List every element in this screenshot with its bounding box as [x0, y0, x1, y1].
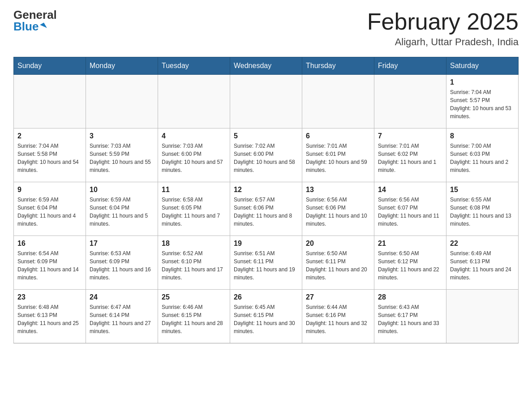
col-wednesday: Wednesday	[230, 57, 302, 75]
day-info: Sunrise: 6:47 AMSunset: 6:14 PMDaylight:…	[90, 303, 154, 335]
day-info: Sunrise: 7:00 AMSunset: 6:03 PMDaylight:…	[450, 142, 515, 174]
day-number: 24	[90, 293, 154, 301]
calendar-cell: 6Sunrise: 7:01 AMSunset: 6:01 PMDaylight…	[302, 128, 374, 182]
day-info: Sunrise: 6:43 AMSunset: 6:17 PMDaylight:…	[378, 303, 442, 335]
calendar-cell: 5Sunrise: 7:02 AMSunset: 6:00 PMDaylight…	[230, 128, 302, 182]
calendar-cell: 23Sunrise: 6:48 AMSunset: 6:13 PMDayligh…	[14, 290, 86, 343]
calendar-cell: 28Sunrise: 6:43 AMSunset: 6:17 PMDayligh…	[374, 290, 446, 343]
logo-general-text: General	[13, 9, 57, 21]
day-info: Sunrise: 6:45 AMSunset: 6:15 PMDaylight:…	[234, 303, 298, 335]
calendar-cell: 9Sunrise: 6:59 AMSunset: 6:04 PMDaylight…	[14, 182, 86, 236]
calendar-cell: 15Sunrise: 6:55 AMSunset: 6:08 PMDayligh…	[446, 182, 519, 236]
day-info: Sunrise: 7:04 AMSunset: 5:57 PMDaylight:…	[450, 88, 515, 120]
calendar-cell: 10Sunrise: 6:59 AMSunset: 6:04 PMDayligh…	[86, 182, 158, 236]
day-number: 9	[17, 186, 82, 194]
day-info: Sunrise: 7:04 AMSunset: 5:58 PMDaylight:…	[17, 142, 82, 174]
calendar-cell	[446, 290, 519, 343]
calendar-table: Sunday Monday Tuesday Wednesday Thursday…	[13, 57, 519, 343]
day-number: 12	[234, 186, 298, 194]
calendar-cell: 13Sunrise: 6:56 AMSunset: 6:06 PMDayligh…	[302, 182, 374, 236]
day-info: Sunrise: 7:03 AMSunset: 6:00 PMDaylight:…	[162, 142, 226, 174]
calendar-cell: 26Sunrise: 6:45 AMSunset: 6:15 PMDayligh…	[230, 290, 302, 343]
day-info: Sunrise: 6:57 AMSunset: 6:06 PMDaylight:…	[234, 196, 298, 228]
day-info: Sunrise: 6:56 AMSunset: 6:06 PMDaylight:…	[306, 196, 370, 228]
calendar-header-row: Sunday Monday Tuesday Wednesday Thursday…	[14, 57, 519, 75]
calendar-cell: 4Sunrise: 7:03 AMSunset: 6:00 PMDaylight…	[158, 128, 230, 182]
day-number: 15	[450, 186, 515, 194]
calendar-week-row: 1Sunrise: 7:04 AMSunset: 5:57 PMDaylight…	[14, 75, 519, 128]
day-info: Sunrise: 6:48 AMSunset: 6:13 PMDaylight:…	[17, 303, 82, 335]
calendar-cell	[14, 75, 86, 128]
day-number: 5	[234, 132, 298, 140]
day-number: 25	[162, 293, 226, 301]
calendar-cell: 18Sunrise: 6:52 AMSunset: 6:10 PMDayligh…	[158, 236, 230, 290]
day-info: Sunrise: 6:59 AMSunset: 6:04 PMDaylight:…	[90, 196, 154, 228]
col-sunday: Sunday	[14, 57, 86, 75]
page-header: General Blue February 2025 Aligarh, Utta…	[13, 9, 519, 48]
day-number: 1	[450, 78, 515, 86]
day-number: 21	[378, 240, 442, 248]
calendar-cell: 19Sunrise: 6:51 AMSunset: 6:11 PMDayligh…	[230, 236, 302, 290]
day-info: Sunrise: 7:03 AMSunset: 5:59 PMDaylight:…	[90, 142, 154, 174]
day-info: Sunrise: 7:01 AMSunset: 6:02 PMDaylight:…	[378, 142, 442, 174]
calendar-cell: 24Sunrise: 6:47 AMSunset: 6:14 PMDayligh…	[86, 290, 158, 343]
calendar-cell	[374, 75, 446, 128]
calendar-cell: 21Sunrise: 6:50 AMSunset: 6:12 PMDayligh…	[374, 236, 446, 290]
day-info: Sunrise: 6:50 AMSunset: 6:11 PMDaylight:…	[306, 249, 370, 282]
calendar-cell: 7Sunrise: 7:01 AMSunset: 6:02 PMDaylight…	[374, 128, 446, 182]
calendar-cell: 20Sunrise: 6:50 AMSunset: 6:11 PMDayligh…	[302, 236, 374, 290]
day-info: Sunrise: 6:46 AMSunset: 6:15 PMDaylight:…	[162, 303, 226, 335]
title-area: February 2025 Aligarh, Uttar Pradesh, In…	[367, 9, 519, 48]
calendar-cell	[86, 75, 158, 128]
calendar-cell: 25Sunrise: 6:46 AMSunset: 6:15 PMDayligh…	[158, 290, 230, 343]
calendar-cell: 27Sunrise: 6:44 AMSunset: 6:16 PMDayligh…	[302, 290, 374, 343]
day-number: 20	[306, 240, 370, 248]
calendar-cell: 11Sunrise: 6:58 AMSunset: 6:05 PMDayligh…	[158, 182, 230, 236]
day-info: Sunrise: 6:44 AMSunset: 6:16 PMDaylight:…	[306, 303, 370, 335]
calendar-cell: 14Sunrise: 6:56 AMSunset: 6:07 PMDayligh…	[374, 182, 446, 236]
day-info: Sunrise: 6:56 AMSunset: 6:07 PMDaylight:…	[378, 196, 442, 228]
day-info: Sunrise: 6:51 AMSunset: 6:11 PMDaylight:…	[234, 249, 298, 282]
day-number: 14	[378, 186, 442, 194]
calendar-cell	[230, 75, 302, 128]
calendar-cell: 2Sunrise: 7:04 AMSunset: 5:58 PMDaylight…	[14, 128, 86, 182]
calendar-cell	[158, 75, 230, 128]
calendar-week-row: 9Sunrise: 6:59 AMSunset: 6:04 PMDaylight…	[14, 182, 519, 236]
calendar-cell: 17Sunrise: 6:53 AMSunset: 6:09 PMDayligh…	[86, 236, 158, 290]
day-number: 10	[90, 186, 154, 194]
day-info: Sunrise: 6:59 AMSunset: 6:04 PMDaylight:…	[17, 196, 82, 228]
day-number: 4	[162, 132, 226, 140]
day-number: 13	[306, 186, 370, 194]
day-number: 28	[378, 293, 442, 301]
day-number: 6	[306, 132, 370, 140]
day-number: 27	[306, 293, 370, 301]
day-info: Sunrise: 6:54 AMSunset: 6:09 PMDaylight:…	[17, 249, 82, 282]
calendar-cell: 22Sunrise: 6:49 AMSunset: 6:13 PMDayligh…	[446, 236, 519, 290]
day-info: Sunrise: 7:01 AMSunset: 6:01 PMDaylight:…	[306, 142, 370, 174]
col-thursday: Thursday	[302, 57, 374, 75]
col-friday: Friday	[374, 57, 446, 75]
day-number: 7	[378, 132, 442, 140]
day-info: Sunrise: 7:02 AMSunset: 6:00 PMDaylight:…	[234, 142, 298, 174]
col-tuesday: Tuesday	[158, 57, 230, 75]
day-info: Sunrise: 6:53 AMSunset: 6:09 PMDaylight:…	[90, 249, 154, 282]
calendar-cell: 3Sunrise: 7:03 AMSunset: 5:59 PMDaylight…	[86, 128, 158, 182]
day-number: 17	[90, 240, 154, 248]
day-number: 8	[450, 132, 515, 140]
day-info: Sunrise: 6:55 AMSunset: 6:08 PMDaylight:…	[450, 196, 515, 228]
calendar-cell	[302, 75, 374, 128]
month-title: February 2025	[367, 9, 519, 34]
calendar-cell: 12Sunrise: 6:57 AMSunset: 6:06 PMDayligh…	[230, 182, 302, 236]
calendar-cell: 16Sunrise: 6:54 AMSunset: 6:09 PMDayligh…	[14, 236, 86, 290]
day-number: 11	[162, 186, 226, 194]
day-number: 16	[17, 240, 82, 248]
day-number: 2	[17, 132, 82, 140]
day-number: 23	[17, 293, 82, 301]
day-number: 3	[90, 132, 154, 140]
logo: General Blue	[13, 9, 57, 32]
day-number: 18	[162, 240, 226, 248]
col-saturday: Saturday	[446, 57, 519, 75]
calendar-week-row: 2Sunrise: 7:04 AMSunset: 5:58 PMDaylight…	[14, 128, 519, 182]
logo-arrow-icon	[40, 22, 47, 30]
col-monday: Monday	[86, 57, 158, 75]
